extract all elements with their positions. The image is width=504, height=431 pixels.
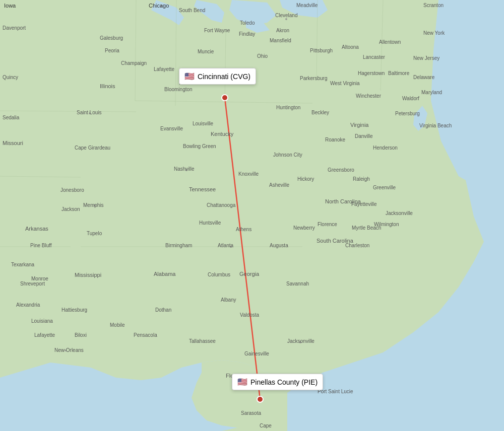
airport-label-pie: 🇺🇸 Pinellas County (PIE) bbox=[232, 374, 323, 390]
map-svg bbox=[0, 0, 504, 431]
pie-flag: 🇺🇸 bbox=[237, 377, 247, 387]
cvg-flag: 🇺🇸 bbox=[184, 71, 195, 81]
airport-label-cvg: 🇺🇸 Cincinnati (CVG) bbox=[179, 68, 256, 85]
svg-point-15 bbox=[185, 169, 187, 171]
map-container: Iowa Chicago South Bend Toledo Cleveland… bbox=[0, 0, 504, 431]
svg-point-22 bbox=[257, 396, 263, 402]
svg-point-19 bbox=[299, 341, 301, 343]
svg-point-18 bbox=[65, 349, 67, 351]
svg-point-12 bbox=[160, 5, 162, 7]
svg-point-17 bbox=[230, 246, 232, 248]
cvg-label-text: Cincinnati (CVG) bbox=[198, 73, 250, 81]
svg-point-13 bbox=[285, 18, 287, 20]
svg-point-14 bbox=[89, 112, 91, 114]
svg-point-16 bbox=[94, 204, 96, 206]
svg-point-21 bbox=[222, 95, 228, 101]
pie-label-text: Pinellas County (PIE) bbox=[250, 378, 318, 386]
